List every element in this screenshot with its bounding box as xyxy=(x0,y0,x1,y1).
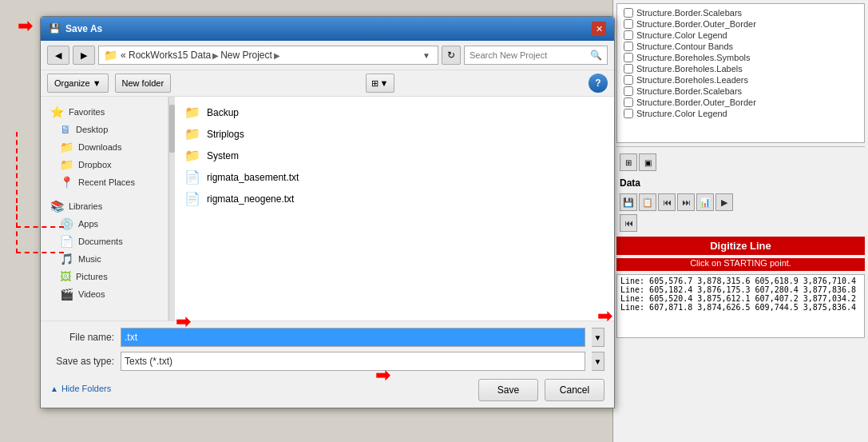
arrow-filename-indicator: ➡ xyxy=(176,312,190,332)
arrow-dialog-indicator: ➡ xyxy=(18,16,32,37)
dialog-actions: Organize ▼ New folder ⊞ ▼ ? xyxy=(41,70,614,97)
folder-striplogs-icon: 📁 xyxy=(184,126,200,141)
music-icon: 🎵 xyxy=(60,253,73,265)
search-box[interactable]: 🔍 xyxy=(464,46,608,65)
content-item-basement-label: rigmata_basement.txt xyxy=(207,172,299,183)
sidebar-scrollbar-thumb[interactable] xyxy=(169,105,175,153)
hide-folders-button[interactable]: ▲ Hide Folders xyxy=(50,384,111,393)
new-folder-label: New folder xyxy=(122,78,164,88)
view-grid-icon: ⊞ xyxy=(371,78,379,89)
address-bar[interactable]: 📁 « RockWorks15 Data ▶ New Project ▶ ▼ xyxy=(98,46,438,65)
folder-system-icon: 📁 xyxy=(184,148,200,163)
music-label: Music xyxy=(78,254,101,264)
address-sep-2: ▶ xyxy=(274,51,280,60)
arrow-data-indicator: ➡ xyxy=(597,306,612,327)
arrow-save-indicator: ➡ xyxy=(375,365,390,386)
content-item-neogene-label: rigmata_neogene.txt xyxy=(207,193,294,205)
title-left: 💾 Save As xyxy=(49,23,102,34)
content-item-system[interactable]: 📁 System xyxy=(181,146,608,165)
content-item-backup[interactable]: 📁 Backup xyxy=(181,103,608,121)
hide-folders-row: ▲ Hide Folders xyxy=(50,380,111,396)
dropbox-label: Dropbox xyxy=(78,160,112,169)
help-button[interactable]: ? xyxy=(589,74,608,93)
videos-label: Videos xyxy=(78,289,105,299)
save-as-dialog: 💾 Save As ✕ ◀ ▶ 📁 « RockWorks15 Data ▶ N… xyxy=(40,16,615,408)
sidebar-scrollbar[interactable] xyxy=(168,97,175,321)
pictures-icon: 🖼 xyxy=(60,270,71,283)
save-icon: 💾 xyxy=(49,23,61,34)
filetype-label: Save as type: xyxy=(50,356,114,367)
file-basement-icon: 📄 xyxy=(184,169,200,185)
back-button[interactable]: ◀ xyxy=(47,46,69,65)
dialog-content: 📁 Backup 📁 Striplogs 📁 System 📄 rigmata_… xyxy=(175,97,614,321)
content-item-striplogs-label: Striplogs xyxy=(207,129,244,140)
dialog-overlay: 💾 Save As ✕ ◀ ▶ 📁 « RockWorks15 Data ▶ N… xyxy=(0,0,868,442)
footer-buttons: Save Cancel xyxy=(478,379,604,401)
file-neogene-icon: 📄 xyxy=(184,191,200,206)
filename-dropdown-icon[interactable]: ▼ xyxy=(592,328,604,347)
organize-button[interactable]: Organize ▼ xyxy=(47,74,109,93)
address-folder-icon: 📁 xyxy=(104,49,117,62)
search-icon: 🔍 xyxy=(590,50,602,61)
filename-label: File name: xyxy=(50,332,114,343)
content-item-basement[interactable]: 📄 rigmata_basement.txt xyxy=(181,168,608,186)
address-part-rockworks: « RockWorks15 Data xyxy=(121,50,211,61)
sidebar-item-pictures[interactable]: 🖼 Pictures xyxy=(44,268,164,285)
documents-label: Documents xyxy=(78,237,123,246)
refresh-button[interactable]: ↻ xyxy=(442,46,461,65)
filetype-dropdown-icon[interactable]: ▼ xyxy=(592,352,604,371)
libraries-label: Libraries xyxy=(69,201,102,211)
address-dropdown-icon[interactable]: ▼ xyxy=(420,46,433,64)
filename-row: File name: ▼ xyxy=(50,328,604,347)
address-sep-1: ▶ xyxy=(212,51,219,60)
favorites-label: Favorites xyxy=(69,107,105,117)
star-icon: ⭐ xyxy=(50,106,64,118)
address-part-project: New Project xyxy=(220,50,272,61)
organize-chevron-icon: ▼ xyxy=(93,78,101,88)
videos-icon: 🎬 xyxy=(60,288,73,301)
address-toolbar: ◀ ▶ 📁 « RockWorks15 Data ▶ New Project ▶… xyxy=(41,41,614,70)
content-item-neogene[interactable]: 📄 rigmata_neogene.txt xyxy=(181,189,608,208)
downloads-label: Downloads xyxy=(78,142,121,152)
content-item-backup-label: Backup xyxy=(207,107,239,118)
view-button[interactable]: ⊞ ▼ xyxy=(366,74,394,93)
view-chevron-icon: ▼ xyxy=(380,78,389,88)
pictures-label: Pictures xyxy=(76,272,108,281)
chevron-up-icon: ▲ xyxy=(50,384,58,393)
close-button[interactable]: ✕ xyxy=(592,22,606,36)
recent-label: Recent Places xyxy=(78,177,135,187)
dialog-title: Save As xyxy=(65,23,102,34)
address-path: « RockWorks15 Data ▶ New Project ▶ xyxy=(121,50,280,61)
filename-input[interactable] xyxy=(121,328,585,347)
new-folder-button[interactable]: New folder xyxy=(115,74,172,93)
save-button[interactable]: Save xyxy=(478,379,538,401)
organize-label: Organize xyxy=(54,78,90,88)
content-item-system-label: System xyxy=(207,150,239,161)
apps-label: Apps xyxy=(78,219,98,229)
forward-button[interactable]: ▶ xyxy=(73,46,95,65)
hide-folders-label: Hide Folders xyxy=(61,384,111,393)
filetype-input[interactable] xyxy=(121,352,585,371)
sidebar-item-videos[interactable]: 🎬 Videos xyxy=(44,285,164,303)
dashed-left-indicator-2 xyxy=(16,205,64,253)
folder-backup-icon: 📁 xyxy=(184,105,200,120)
dialog-titlebar: 💾 Save As ✕ xyxy=(41,17,614,41)
desktop-label: Desktop xyxy=(76,125,108,134)
search-input[interactable] xyxy=(470,50,587,60)
sidebar-item-favorites[interactable]: ⭐ Favorites xyxy=(44,103,164,121)
content-item-striplogs[interactable]: 📁 Striplogs xyxy=(181,125,608,143)
dialog-footer: File name: ▼ Save as type: ▼ ▲ Hide Fold… xyxy=(41,321,614,408)
dialog-body: ⭐ Favorites 🖥 Desktop 📁 Downloads 📁 Drop… xyxy=(41,97,614,321)
cancel-button[interactable]: Cancel xyxy=(545,379,604,401)
filetype-row: Save as type: ▼ xyxy=(50,352,604,371)
